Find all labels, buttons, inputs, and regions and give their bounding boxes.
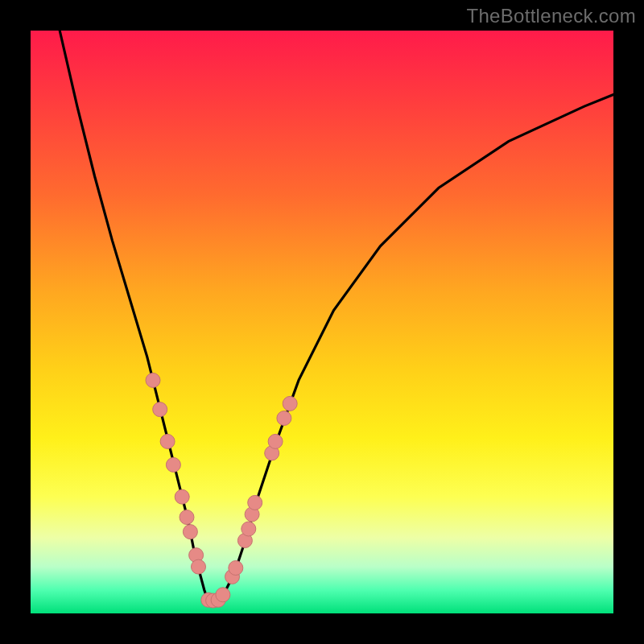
plot-background <box>31 31 613 613</box>
curve-marker <box>283 396 297 411</box>
chart-frame: TheBottleneck.com <box>0 0 644 644</box>
curve-marker <box>175 489 189 504</box>
curve-marker <box>183 525 197 539</box>
curve-marker <box>146 373 160 387</box>
watermark-text: TheBottleneck.com <box>466 5 636 27</box>
curve-marker <box>248 495 262 510</box>
curve-marker <box>242 522 256 536</box>
curve-marker <box>277 411 291 426</box>
curve-marker <box>268 434 283 448</box>
curve-marker <box>160 434 175 448</box>
curve-marker <box>229 561 243 576</box>
curve-marker <box>166 457 180 472</box>
curve-marker <box>153 402 167 417</box>
curve-marker <box>180 510 194 525</box>
curve-marker <box>192 559 206 574</box>
bottleneck-curve <box>60 31 613 602</box>
curve-markers <box>146 373 297 608</box>
chart-svg <box>31 31 613 613</box>
curve-marker <box>216 588 230 602</box>
